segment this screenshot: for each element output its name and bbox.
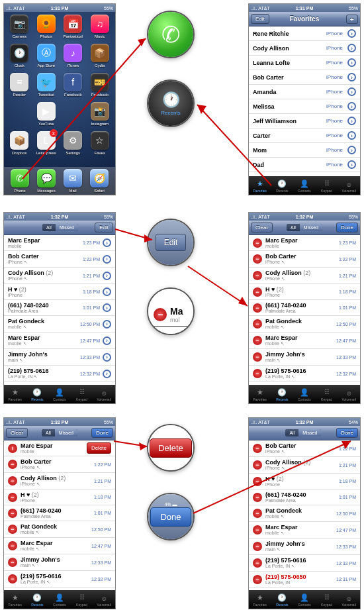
recent-row[interactable]: Marc Esparmobile ↖12:47 PM›	[4, 332, 115, 349]
recent-row[interactable]: −Bob CarteriPhone ↖1:22 PM	[4, 456, 115, 473]
detail-chevron-icon[interactable]: ›	[347, 102, 356, 111]
tab-recents[interactable]: 🕐Recents	[271, 179, 294, 193]
seg-all[interactable]: All	[42, 429, 55, 436]
add-button[interactable]: +	[346, 15, 358, 24]
app-cydia[interactable]: 📦Cydia	[87, 44, 113, 72]
recent-row[interactable]: −H ♥ (2)iPhone1:18 PM	[249, 284, 360, 300]
recent-row[interactable]: −Pat Gondeckmobile ↖12:50 PM	[249, 505, 360, 522]
recent-row[interactable]: −(219) 575-0616La Porte, IN ↖12:32 PM	[4, 571, 115, 587]
detail-chevron-icon[interactable]: ›	[103, 353, 111, 362]
app-music[interactable]: ♫Music	[87, 15, 113, 42]
app-photos[interactable]: 🌻Photos	[34, 15, 60, 42]
tab-contacts[interactable]: 👤Contacts	[293, 179, 316, 193]
recent-row[interactable]: −H ♥ (2)iPhone1:18 PM	[249, 474, 360, 489]
delete-indicator-icon[interactable]: −	[8, 444, 17, 453]
app-fantastical[interactable]: 📅Fantastical	[60, 15, 86, 42]
recent-row[interactable]: −H ♥ (2)iPhone1:18 PM	[4, 489, 115, 505]
delete-indicator-icon[interactable]: −	[8, 525, 17, 534]
tab-contacts[interactable]: 👤Contacts	[48, 388, 71, 401]
detail-chevron-icon[interactable]: ›	[347, 58, 356, 67]
dock-app-messages[interactable]: 💬Messages	[37, 169, 56, 193]
delete-indicator-icon[interactable]: −	[8, 493, 17, 502]
favorite-row[interactable]: Leanna LofteiPhone›	[249, 56, 360, 70]
recent-row[interactable]: −(661) 748-0240Palmdale Area1:01 PM	[249, 489, 360, 505]
detail-chevron-icon[interactable]: ›	[103, 272, 111, 280]
tab-recents[interactable]: 🕐Recents	[271, 388, 294, 401]
detail-chevron-icon[interactable]: ›	[103, 287, 111, 296]
favorite-row[interactable]: Bob CarteriPhone›	[249, 70, 360, 85]
delete-indicator-icon[interactable]: −	[253, 558, 262, 568]
app-faves[interactable]: ☆Faves	[87, 131, 113, 159]
seg-all[interactable]: All	[285, 429, 298, 436]
recent-row[interactable]: −Cody Allison (2)iPhone ↖1:21 PM	[249, 268, 360, 284]
recent-row[interactable]: −(219) 575-0616La Porte, IN ↖12:32 PM	[249, 555, 360, 572]
tab-favorites[interactable]: ★Favorites	[249, 388, 271, 401]
tab-keypad[interactable]: ⠿Keypad	[316, 388, 338, 401]
delete-indicator-icon[interactable]: −	[8, 509, 17, 518]
detail-chevron-icon[interactable]: ›	[103, 336, 111, 345]
app-app store[interactable]: ⒶApp Store	[34, 44, 60, 72]
delete-indicator-icon[interactable]: −	[253, 287, 262, 297]
recent-row[interactable]: −Jimmy John'smain ↖12:33 PM	[4, 554, 115, 571]
tab-voicemail[interactable]: ⌾Voicemail	[338, 594, 360, 607]
favorite-row[interactable]: CarteriPhone›	[249, 128, 360, 143]
favorite-row[interactable]: AmandaiPhone›	[249, 85, 360, 99]
favorite-row[interactable]: Rene RitchieiPhone›	[249, 26, 360, 41]
delete-indicator-icon[interactable]: −	[253, 352, 262, 362]
recent-row[interactable]: (661) 748-0240Palmdale Area1:01 PM›	[4, 300, 115, 316]
recent-row[interactable]: −Bob CarteriPhone ↖1:22 PM	[249, 251, 360, 268]
detail-chevron-icon[interactable]: ›	[347, 131, 356, 140]
delete-indicator-icon[interactable]: −	[253, 271, 262, 280]
detail-chevron-icon[interactable]: ›	[103, 238, 111, 247]
delete-indicator-icon[interactable]: −	[253, 493, 262, 502]
tab-keypad[interactable]: ⠿Keypad	[71, 388, 93, 401]
tab-favorites[interactable]: ★Favorites	[249, 179, 271, 193]
dock-app-safari[interactable]: 🧭Safari	[90, 169, 109, 193]
seg-missed[interactable]: Missed	[300, 224, 322, 231]
recent-row[interactable]: −(219) 575-0650La Porte, IN12:31 PM	[249, 572, 360, 587]
tab-voicemail[interactable]: ⌾Voicemail	[338, 180, 360, 193]
delete-indicator-icon[interactable]: −	[8, 558, 17, 567]
tab-keypad[interactable]: ⠿Keypad	[316, 179, 338, 193]
done-button[interactable]: Done	[91, 428, 113, 438]
recent-row[interactable]: −(661) 748-0240Palmdale Area1:01 PM	[4, 505, 115, 521]
recent-row[interactable]: H ♥ (2)iPhone1:18 PM›	[4, 284, 115, 300]
recent-row[interactable]: −(219) 575-0616La Porte, IN ↖12:32 PM	[249, 366, 360, 382]
seg-all[interactable]: All	[287, 224, 300, 231]
tab-contacts[interactable]: 👤Contacts	[293, 388, 316, 401]
tab-recents[interactable]: 🕐Recents	[271, 593, 294, 607]
tab-keypad[interactable]: ⠿Keypad	[316, 593, 338, 607]
delete-indicator-icon[interactable]: −	[253, 254, 262, 264]
tab-voicemail[interactable]: ⌾Voicemail	[93, 389, 115, 401]
filter-segmented[interactable]: All Missed	[287, 224, 322, 231]
tab-favorites[interactable]: ★Favorites	[249, 593, 271, 607]
detail-chevron-icon[interactable]: ›	[347, 160, 356, 169]
app-dropbox[interactable]: 📦Dropbox	[7, 131, 32, 159]
done-button[interactable]: Done	[336, 223, 358, 232]
delete-indicator-icon[interactable]: −	[8, 460, 17, 469]
app-passbook[interactable]: 🎫Passbook	[87, 73, 113, 101]
dock-app-phone[interactable]: ✆Phone	[11, 169, 29, 193]
delete-indicator-icon[interactable]: −	[8, 541, 17, 550]
filter-segmented[interactable]: All Missed	[42, 429, 77, 436]
recent-row[interactable]: Jimmy John'smain ↖12:33 PM›	[4, 349, 115, 366]
app-clock[interactable]: 🕐Clock	[7, 44, 32, 72]
recent-row[interactable]: Bob CarteriPhone ↖1:22 PM›	[4, 251, 115, 268]
delete-indicator-icon[interactable]: −	[253, 238, 262, 248]
app-reeder[interactable]: ≡Reeder	[7, 73, 32, 101]
seg-missed[interactable]: Missed	[56, 224, 78, 231]
detail-chevron-icon[interactable]: ›	[103, 320, 111, 329]
app-letterpress[interactable]: L3Letterpress	[34, 131, 60, 159]
recent-row[interactable]: −Marc EsparmobileDelete	[4, 440, 115, 456]
delete-indicator-icon[interactable]: −	[253, 303, 262, 313]
tab-favorites[interactable]: ★Favorites	[4, 593, 26, 607]
tab-voicemail[interactable]: ⌾Voicemail	[338, 389, 360, 401]
clear-button[interactable]: Clear	[251, 223, 273, 232]
dock-app-mail[interactable]: ✉Mail	[64, 169, 82, 193]
seg-all[interactable]: All	[42, 224, 56, 231]
app-tweetbot[interactable]: 🐦Tweetbot	[34, 73, 60, 101]
app-youtube[interactable]: ▶YouTube	[34, 102, 60, 130]
recent-row[interactable]: −Pat Gondeckmobile ↖12:50 PM	[249, 316, 360, 332]
detail-chevron-icon[interactable]: ›	[103, 370, 111, 378]
delete-indicator-icon[interactable]: −	[253, 509, 262, 518]
